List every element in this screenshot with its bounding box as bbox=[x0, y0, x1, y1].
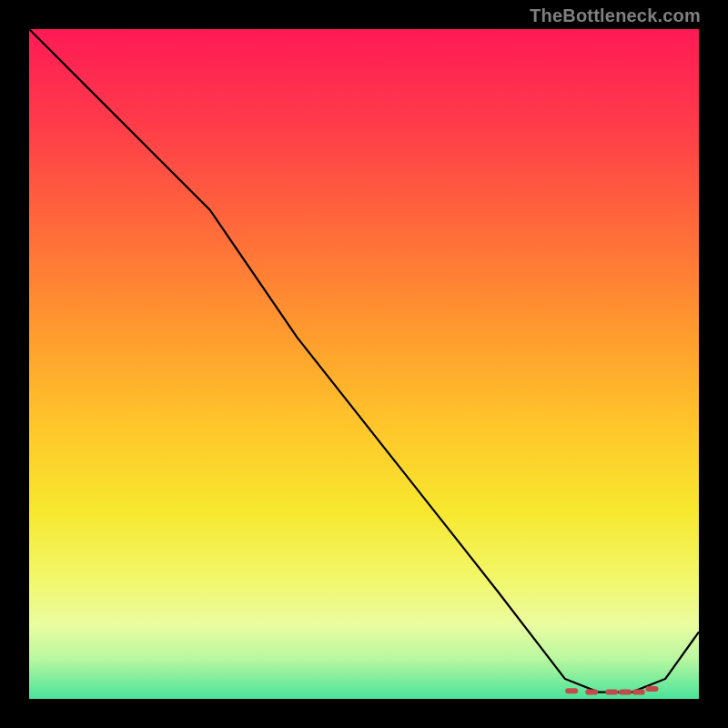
chart-svg bbox=[29, 29, 699, 699]
optimal-marker bbox=[565, 688, 578, 693]
optimal-marker bbox=[619, 690, 632, 695]
optimal-marker bbox=[585, 690, 598, 695]
optimal-marker bbox=[605, 690, 618, 695]
plot-area bbox=[29, 29, 699, 699]
bottleneck-curve bbox=[29, 29, 699, 693]
optimal-marker bbox=[646, 686, 659, 692]
optimal-marker bbox=[632, 690, 645, 695]
watermark-label: TheBottleneck.com bbox=[530, 5, 701, 26]
chart-frame: TheBottleneck.com bbox=[0, 0, 728, 728]
